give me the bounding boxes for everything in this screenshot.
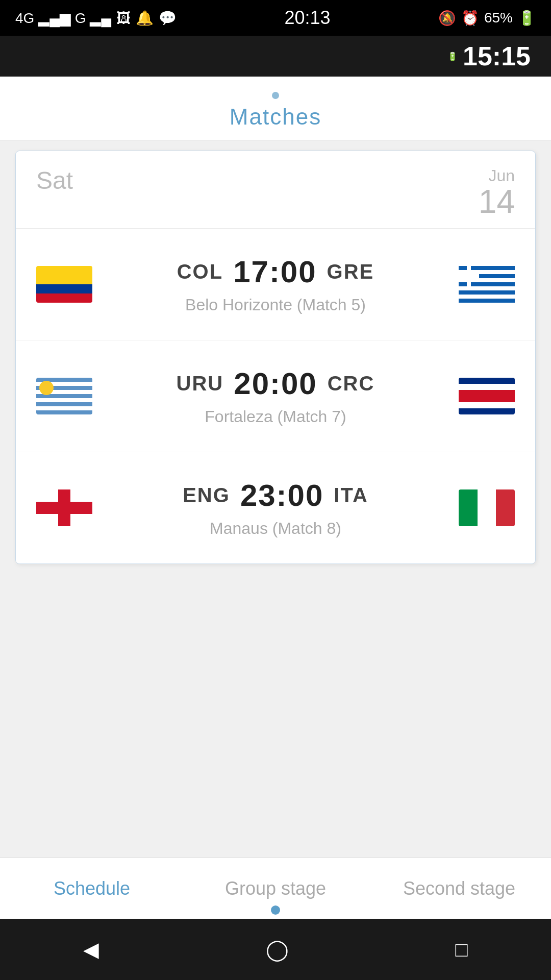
flag-greece [459,266,515,303]
tab-schedule-label: Schedule [54,878,130,899]
recent-button[interactable]: □ [456,938,468,961]
app-header: Matches [0,77,551,140]
flag-england [36,489,92,526]
date-number: 14 [479,185,515,218]
tab-group-stage[interactable]: Group stage [184,858,367,919]
match-1-time: 17:00 [233,254,316,289]
home-button[interactable]: ◯ [266,938,289,961]
match-2-scoreline: URU 20:00 CRC [92,366,459,401]
match-3-team1: ENG [183,484,230,507]
match-2-venue: Fortaleza (Match 7) [92,407,459,426]
match-2-time: 20:00 [234,366,317,401]
match-2-team1: URU [177,372,224,395]
match-row-2[interactable]: URU 20:00 CRC Fortaleza (Match 7) [16,340,535,452]
mute-icon: 🔕 [438,10,456,27]
match-3-team2: ITA [334,484,368,507]
battery-icon: 🔋 [518,10,536,27]
flag-uruguay [36,378,92,414]
notification-icon: 🔔 [136,10,154,27]
flag-colombia [36,266,92,303]
status-left: 4G ▂▄▆ G ▂▄ 🖼 🔔 💬 [15,10,177,27]
tab-bar: Schedule Group stage Second stage [0,857,551,919]
match-3-center: ENG 23:00 ITA Manaus (Match 8) [92,478,459,538]
match-1-team2: GRE [327,260,374,283]
tab-second-stage[interactable]: Second stage [367,858,551,919]
tab-indicator-dot [271,905,280,915]
match-row[interactable]: COL 17:00 GRE Belo Horizonte (Match 5) [16,229,535,340]
battery-text: 65% [484,10,513,26]
back-button[interactable]: ◀ [83,938,99,961]
match-3-scoreline: ENG 23:00 ITA [92,478,459,513]
date-header: Sat Jun 14 [16,151,535,229]
header-title: Matches [0,104,551,130]
match-3-venue: Manaus (Match 8) [92,519,459,538]
content-card: Sat Jun 14 COL 17:00 GRE Belo Horizonte … [15,151,536,564]
match-1-team1: COL [177,260,223,283]
timer-bar: 🔋 15:15 [0,36,551,77]
match-2-center: URU 20:00 CRC Fortaleza (Match 7) [92,366,459,426]
match-1-venue: Belo Horizonte (Match 5) [92,296,459,314]
match-2-team2: CRC [328,372,375,395]
tab-group-stage-label: Group stage [225,878,326,899]
wechat-icon: 💬 [159,10,177,27]
battery-green-icon: 🔋 [447,52,458,61]
flag-italy [459,489,515,526]
match-row-3[interactable]: ENG 23:00 ITA Manaus (Match 8) [16,452,535,564]
status-bar: 4G ▂▄▆ G ▂▄ 🖼 🔔 💬 20:13 🔕 ⏰ 65% 🔋 [0,0,551,36]
match-1-scoreline: COL 17:00 GRE [92,254,459,289]
header-dot [272,92,279,99]
screenshot-icon: 🖼 [116,10,131,27]
clock-icon: ⏰ [461,10,479,27]
status-time: 20:13 [285,7,331,29]
flag-costa-rica [459,378,515,414]
date-right: Jun 14 [479,166,515,218]
timer-display: 15:15 [463,41,531,71]
tab-schedule[interactable]: Schedule [0,858,184,919]
date-day: Sat [36,166,73,194]
tab-second-stage-label: Second stage [403,878,515,899]
match-1-center: COL 17:00 GRE Belo Horizonte (Match 5) [92,254,459,314]
status-right: 🔕 ⏰ 65% 🔋 [438,10,536,27]
match-3-time: 23:00 [240,478,323,513]
signal-text: 4G ▂▄▆ G ▂▄ [15,10,111,27]
date-month: Jun [479,166,515,185]
gre-cross [459,266,479,286]
android-nav-bar: ◀ ◯ □ [0,919,551,980]
